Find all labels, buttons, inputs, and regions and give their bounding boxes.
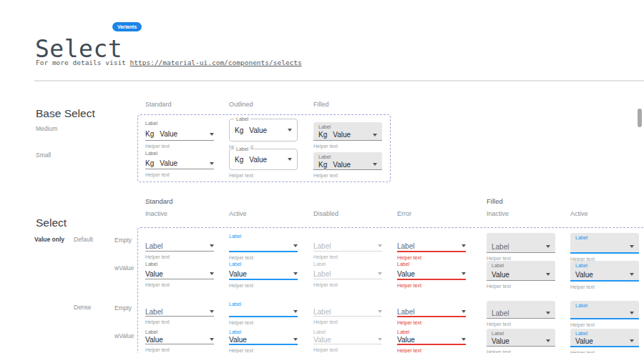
select-control[interactable]: KgValue: [145, 158, 214, 169]
select-control[interactable]: Label: [492, 309, 550, 317]
select-control[interactable]: [575, 309, 634, 317]
select-control[interactable]: Label: [397, 241, 466, 252]
select-control[interactable]: KgValue: [235, 156, 292, 164]
select-control[interactable]: Value: [575, 269, 634, 279]
select-value: Label: [492, 243, 509, 251]
select-helper-text: Helper text: [487, 256, 555, 261]
select-value: Value: [397, 336, 415, 344]
caret-down-icon: [630, 312, 634, 314]
caret-down-icon: [210, 133, 214, 136]
select-control[interactable]: Value: [313, 335, 382, 344]
select-standard-error: LabelLabelHelper text: [397, 233, 466, 260]
select-control[interactable]: KgValue: [235, 126, 292, 134]
caret-down-icon: [462, 272, 466, 275]
select-control[interactable]: Value: [397, 269, 466, 280]
select-cell: LabelKgValueHelper text: [145, 119, 214, 149]
select-control[interactable]: Label: [145, 241, 214, 252]
select-control[interactable]: KgValue: [318, 130, 377, 139]
select-floating-label: Label: [229, 301, 298, 307]
select-helper-text: Helper text: [145, 172, 214, 177]
select-helper-text: Helper text: [570, 350, 639, 353]
select-outlined-inactive: LabelKgValueHelper text: [229, 149, 298, 178]
row-variant-label: Empty: [114, 304, 132, 312]
select-filled-inactive: LabelLabelHelper text: [487, 233, 555, 261]
caret-down-icon: [630, 339, 634, 342]
select-helper-text: Helper text: [397, 348, 466, 353]
select-cell: LabelValueHelper text: [229, 329, 298, 353]
filled-select-box: LabelValue: [570, 261, 639, 282]
select-helper-text: Helper text: [487, 322, 555, 327]
select-cell: LabelHelper text: [229, 233, 298, 260]
select-control[interactable]: Label: [313, 307, 382, 317]
select-floating-label: Label: [492, 262, 550, 269]
caret-down-icon: [462, 244, 466, 247]
select-helper-text: Helper text: [570, 322, 639, 327]
select-control[interactable]: KgValue: [145, 128, 214, 141]
select-control[interactable]: Label: [492, 242, 550, 252]
caret-down-icon: [630, 273, 634, 276]
select-floating-label: Label: [318, 124, 377, 130]
select-control[interactable]: Label: [313, 269, 382, 279]
docs-link[interactable]: https://material-ui.com/components/selec…: [130, 59, 302, 66]
select-control[interactable]: Label: [313, 241, 382, 252]
select-filled-inactive: LabelKgValueHelper text: [313, 122, 382, 149]
header-divider: [34, 80, 644, 81]
select-floating-label: Label: [313, 261, 382, 269]
select-cell: LabelValueHelper text: [570, 261, 639, 289]
scrollbar-thumb[interactable]: [638, 109, 642, 127]
select-cell: LabelKgValueHelper text: [313, 149, 382, 178]
caret-down-icon: [378, 338, 382, 341]
select-value: Label: [492, 309, 509, 317]
select-control[interactable]: Label: [397, 307, 466, 317]
select-adornment: Kg: [145, 130, 154, 138]
select-value: Label: [145, 308, 162, 316]
select-filled-active: LabelValueHelper text: [570, 261, 639, 289]
select-standard-inactive: LabelKgValueHelper text: [145, 119, 214, 149]
row-variant-label: wValue: [114, 264, 134, 272]
select-control[interactable]: Value: [575, 337, 634, 345]
column-header: Filled: [313, 101, 329, 108]
row-density-label: Default: [74, 236, 93, 243]
select-value: Value: [333, 161, 351, 169]
group-header: Standard: [145, 197, 173, 205]
select-helper-text: Helper text: [229, 320, 298, 325]
select-cell: LabelValueHelper text: [570, 329, 639, 353]
select-helper-text: Helper text: [570, 284, 639, 289]
select-control[interactable]: Value: [492, 337, 550, 345]
select-value: Label: [313, 242, 331, 250]
select-adornment: Kg: [145, 159, 154, 167]
caret-down-icon: [546, 339, 550, 342]
select-floating-label: Label: [229, 261, 298, 269]
select-standard-error: LabelValueHelper text: [397, 261, 466, 288]
select-floating-label: Label: [313, 329, 382, 335]
select-control[interactable]: [229, 307, 298, 317]
row-label: Medium: [36, 125, 57, 132]
caret-down-icon: [293, 272, 298, 275]
select-control[interactable]: Value: [229, 335, 298, 345]
select-helper-text: Helper text: [145, 347, 214, 352]
row-variant-label: Empty: [114, 237, 132, 244]
column-header: Disabled: [313, 210, 338, 217]
row-density-label: Dense: [74, 304, 92, 311]
select-standard-active-dense: LabelValueHelper text: [229, 329, 298, 353]
caret-down-icon: [630, 245, 634, 248]
select-control[interactable]: Value: [492, 269, 550, 279]
select-control[interactable]: Value: [229, 269, 298, 280]
filled-select-box: LabelValue: [487, 261, 555, 281]
select-cell: LabelValueHelper text: [145, 261, 214, 287]
select-control[interactable]: [575, 242, 634, 252]
select-value: Value: [249, 156, 267, 164]
select-control[interactable]: Value: [145, 335, 214, 344]
select-standard-inactive-dense: LabelLabelHelper text: [145, 301, 214, 324]
select-standard-active-dense: LabelHelper text: [229, 301, 298, 325]
select-control[interactable]: Label: [145, 307, 214, 317]
select-helper-text: Helper text: [397, 320, 466, 325]
select-control[interactable]: Value: [145, 269, 214, 279]
select-control[interactable]: KgValue: [318, 160, 377, 169]
select-helper-text: Helper text: [313, 173, 382, 178]
filled-select-box: Label: [570, 301, 639, 319]
select-control[interactable]: [229, 241, 298, 252]
select-floating-label: Label: [145, 150, 214, 158]
select-filled-inactive: LabelKgValueHelper text: [313, 152, 382, 178]
select-control[interactable]: Value: [397, 335, 466, 345]
